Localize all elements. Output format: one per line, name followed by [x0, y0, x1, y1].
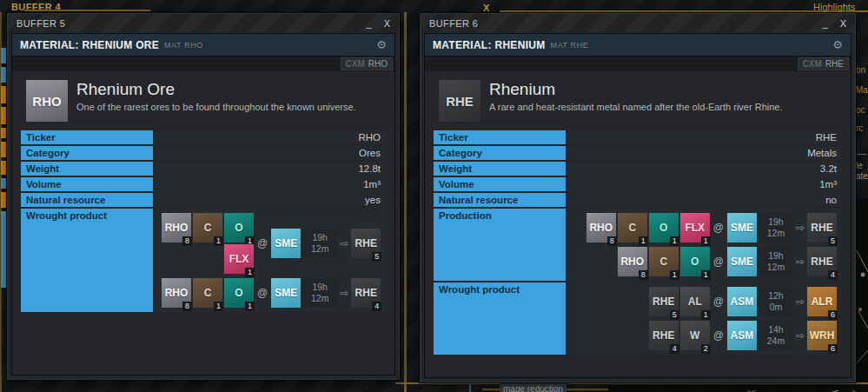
close-button[interactable]: X [840, 18, 846, 29]
material-chip-rhe[interactable]: RHE 5 [807, 213, 837, 243]
close-button[interactable]: X [384, 18, 390, 29]
material-chip-c[interactable]: C 1 [193, 213, 222, 243]
minimize-button[interactable]: _ [367, 18, 372, 29]
duration-hours: 14h [768, 324, 784, 336]
building-chip-sme[interactable]: SME [271, 278, 301, 308]
window-title: BUFFER 5 [17, 18, 354, 29]
material-chip-o[interactable]: O 1 [224, 213, 254, 243]
cxm-ticker: RHO [368, 58, 388, 70]
material-chip-rhe[interactable]: RHE 4 [649, 321, 679, 350]
panel-title: MATERIAL: RHENIUM [433, 39, 546, 51]
chip-count: 2 [701, 344, 711, 354]
duration-minutes: 0m [770, 302, 783, 313]
titlebar[interactable]: BUFFER 5 _ X [8, 14, 399, 33]
chip-count: 1 [214, 236, 223, 246]
at-symbol: @ [713, 329, 724, 342]
material-tile-rhe[interactable]: RHE [439, 80, 480, 122]
chip-ticker: O [659, 222, 667, 234]
table-row: Natural resource no [434, 193, 842, 207]
material-chip-rhe[interactable]: RHE 4 [807, 247, 837, 276]
material-chip-o[interactable]: O 1 [224, 278, 254, 308]
table-row: Volume 1m³ [21, 177, 386, 191]
cxm-ticker: RHE [825, 58, 844, 70]
building-chip-sme[interactable]: SME [727, 247, 757, 276]
row-label: Weight [21, 162, 153, 176]
bg-divider [856, 154, 866, 155]
bg-fragment: le [856, 162, 867, 170]
duration-chip: 12h 0m [759, 287, 793, 316]
material-chip-rho[interactable]: RHO 8 [162, 213, 191, 243]
material-chip-rho[interactable]: RHO 8 [162, 278, 191, 308]
duration-chip: 14h 24m [759, 321, 793, 350]
minimize-button[interactable]: _ [823, 18, 828, 29]
material-chip-rho[interactable]: RHO 8 [586, 213, 616, 243]
material-chip-c[interactable]: C 1 [649, 247, 679, 276]
chip-ticker: RHE [355, 287, 377, 299]
chip-ticker: RHE [653, 296, 674, 308]
row-label: Volume [434, 177, 566, 191]
material-chip-al[interactable]: AL 1 [680, 287, 710, 316]
material-chip-rhe[interactable]: RHE 4 [351, 278, 381, 308]
cxm-label: CXM [803, 58, 822, 70]
duration-chip: 19h 12m [759, 247, 793, 276]
duration-minutes: 12m [311, 293, 328, 304]
chip-count: 6 [828, 310, 838, 320]
row-value: 12.8t [155, 162, 386, 176]
building-chip-asm[interactable]: ASM [727, 287, 757, 316]
material-heading: Rhenium A rare and heat-resistant metal … [489, 80, 783, 122]
table-row: Ticker RHE [434, 130, 842, 144]
chip-ticker: AL [688, 296, 702, 308]
material-chip-o[interactable]: O 1 [680, 247, 710, 276]
chip-ticker: C [628, 222, 636, 234]
chip-ticker: RHE [653, 329, 674, 342]
titlebar[interactable]: BUFFER 6 _ X [421, 14, 855, 33]
chip-count: 8 [182, 236, 192, 246]
material-tile-rho[interactable]: RHO [26, 80, 68, 122]
material-chip-c[interactable]: C 1 [193, 278, 222, 308]
recipe: RHE 5 AL 1 @ ASM 12h 0m [583, 287, 837, 316]
material-chip-w[interactable]: W 2 [680, 321, 710, 350]
chip-count: 5 [828, 236, 838, 246]
at-symbol: @ [257, 287, 268, 299]
material-chip-rhe[interactable]: RHE 5 [649, 287, 679, 316]
background-starmap-bottom [608, 385, 868, 392]
row-label: Wrought product [21, 209, 153, 312]
material-chip-flx[interactable]: FLX 1 [224, 244, 254, 274]
chip-ticker: C [659, 256, 667, 268]
arrow-icon: ⇨ [796, 329, 805, 342]
row-value: 1m³ [567, 177, 842, 191]
window-buffer5: BUFFER 5 _ X MATERIAL: RHENIUM ORE MAT R… [7, 13, 400, 380]
duration-minutes: 12m [311, 243, 328, 255]
gear-icon[interactable]: ⚙ [832, 38, 843, 51]
recipes-cell: RHE 5 AL 1 @ ASM 12h 0m [567, 282, 842, 355]
duration-chip: 19h 12m [302, 229, 337, 258]
duration-hours: 19h [312, 282, 328, 293]
material-chip-alr[interactable]: ALR 6 [807, 287, 837, 316]
bg-fragment: Ma [856, 86, 867, 95]
material-chip-o[interactable]: O 1 [649, 213, 679, 243]
cxm-button[interactable]: CXM RHE [798, 57, 849, 70]
material-chip-rho[interactable]: RHO 8 [618, 247, 647, 276]
material-chip-flx[interactable]: FLX 1 [680, 213, 710, 243]
recipe-inputs: RHE 4 W 2 [583, 321, 710, 350]
chip-count: 1 [214, 302, 223, 311]
building-chip-asm[interactable]: ASM [727, 321, 757, 350]
material-chip-rhe[interactable]: RHE 5 [351, 229, 381, 258]
background-starmap [857, 198, 868, 382]
row-value: RHE [567, 130, 842, 144]
cxm-button[interactable]: CXM RHO [341, 57, 393, 70]
table-row-production: Production RHO 8 C 1 [434, 209, 842, 281]
gear-icon[interactable]: ⚙ [376, 38, 387, 51]
row-label: Category [21, 146, 153, 160]
building-chip-sme[interactable]: SME [727, 213, 757, 243]
duration-hours: 12h [768, 290, 784, 302]
chip-ticker: ALR [812, 296, 833, 308]
material-chip-c[interactable]: C 1 [618, 213, 647, 243]
panel-header: MATERIAL: RHENIUM ORE MAT RHO ⚙ [12, 34, 394, 56]
material-chip-wrh[interactable]: WRH 6 [807, 321, 837, 350]
duration-hours: 19h [768, 216, 784, 228]
background-close-button[interactable]: X [483, 3, 489, 13]
duration-minutes: 24m [767, 336, 785, 347]
background-window-border [24, 10, 150, 11]
building-chip-sme[interactable]: SME [271, 229, 301, 258]
